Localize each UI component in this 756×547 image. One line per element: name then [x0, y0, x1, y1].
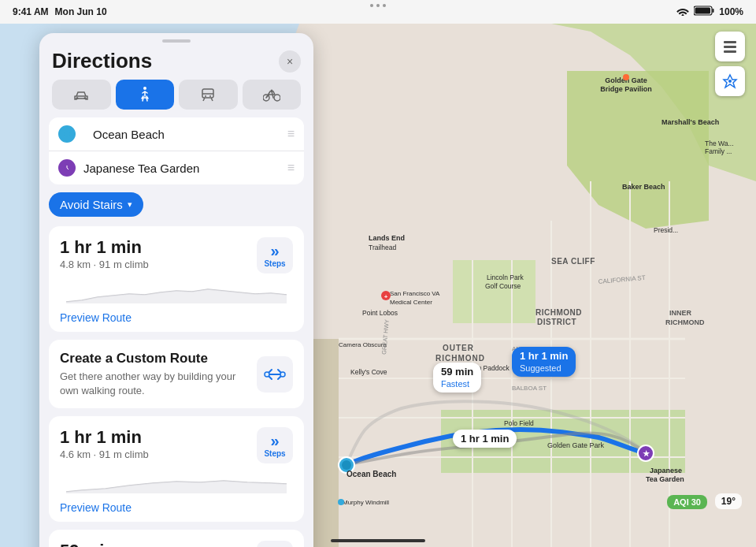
drag-icon-from: ≡	[287, 127, 295, 141]
route-card-2[interactable]: 1 hr 1 min 4.6 km · 91 m climb » Steps P…	[49, 416, 304, 522]
svg-marker-77	[66, 481, 287, 493]
close-button[interactable]: ×	[279, 50, 301, 73]
steps-label-2: Steps	[264, 449, 285, 458]
elevation-chart-2	[60, 470, 293, 497]
custom-route-text: Create a Custom Route Get there another …	[60, 351, 249, 397]
svg-text:The Wa...: The Wa...	[705, 140, 734, 147]
svg-text:Ocean Beach: Ocean Beach	[346, 470, 396, 478]
to-row: Japanese Tea Garden ≡	[49, 151, 304, 184]
svg-text:Lincoln Park: Lincoln Park	[487, 274, 524, 281]
steps-chevron-icon: »	[270, 243, 279, 259]
battery-percent: 100%	[719, 6, 743, 17]
svg-text:Lands End: Lands End	[369, 234, 405, 242]
route-1-time: 1 hr 1 min	[60, 237, 149, 258]
svg-text:Polo Field: Polo Field	[504, 419, 534, 427]
tab-car[interactable]	[52, 80, 111, 110]
route-inputs: Ocean Beach ≡ Japanese Tea Garden ≡	[49, 117, 304, 184]
svg-text:Baker Beach: Baker Beach	[622, 183, 665, 191]
svg-text:Tea Garden: Tea Garden	[646, 475, 684, 483]
svg-text:OUTER: OUTER	[443, 344, 474, 352]
drag-icon-to: ≡	[287, 161, 295, 175]
from-location[interactable]: Ocean Beach	[93, 128, 280, 141]
svg-rect-57	[724, 46, 736, 48]
panel-title: Directions	[52, 49, 152, 73]
from-row: Ocean Beach ≡	[49, 117, 304, 151]
svg-point-59	[728, 80, 732, 83]
svg-point-49	[338, 499, 344, 505]
route-label-other[interactable]: 1 hr 1 min	[453, 430, 517, 448]
route-card-1-header: 1 hr 1 min 4.8 km · 91 m climb » Steps	[60, 237, 293, 274]
elevation-chart-1	[60, 280, 293, 307]
panel-header: Directions ×	[39, 46, 313, 80]
svg-text:RICHMOND: RICHMOND	[536, 308, 582, 317]
route-1-steps-button[interactable]: » Steps	[257, 237, 293, 274]
svg-point-70	[274, 95, 280, 101]
route-1-details: 4.8 km · 91 m climb	[60, 259, 149, 270]
preview-route-1[interactable]: Preview Route	[60, 311, 293, 324]
svg-point-67	[205, 95, 206, 97]
transport-tabs	[39, 80, 313, 117]
close-icon: ×	[287, 55, 293, 68]
route-2-steps-button[interactable]: » Steps	[257, 427, 293, 463]
drag-handle[interactable]	[162, 39, 191, 43]
avoid-label: Avoid Stairs	[60, 198, 123, 211]
route-1-info: 1 hr 1 min 4.8 km · 91 m climb	[60, 237, 149, 270]
svg-text:Golf Course: Golf Course	[485, 282, 521, 290]
svg-rect-2	[695, 8, 711, 14]
status-time: 9:41 AM	[13, 6, 49, 17]
route-label-suggested[interactable]: 1 hr 1 min Suggested	[512, 347, 576, 377]
route-card-2-header: 1 hr 1 min 4.6 km · 91 m climb » Steps	[60, 427, 293, 463]
top-dots	[370, 4, 386, 7]
svg-text:RICHMOND: RICHMOND	[665, 318, 705, 326]
route-card-3[interactable]: 59 min 4.6 km · 91 m climb » Steps	[49, 530, 304, 547]
temp-badge: 19°	[715, 493, 742, 509]
custom-route-card[interactable]: Create a Custom Route Get there another …	[49, 340, 304, 408]
steps-label-1: Steps	[264, 259, 285, 268]
svg-text:Family ...: Family ...	[705, 147, 732, 155]
route-label-fastest[interactable]: 59 min Fastest	[433, 363, 481, 393]
tab-walk[interactable]	[116, 80, 175, 110]
svg-point-76	[280, 372, 285, 377]
svg-text:Presid...: Presid...	[654, 226, 678, 234]
svg-text:INNER: INNER	[669, 309, 692, 317]
svg-text:Medical Center: Medical Center	[390, 299, 432, 306]
end-icon	[58, 159, 76, 177]
directions-panel: Directions × Ocean Beach ≡	[39, 33, 313, 547]
tab-cycle[interactable]	[243, 80, 302, 110]
svg-point-71	[270, 90, 272, 92]
svg-text:Murphy Windmill: Murphy Windmill	[343, 499, 389, 506]
preview-route-2[interactable]: Preview Route	[60, 501, 293, 514]
svg-point-20	[623, 74, 629, 80]
svg-point-15	[342, 460, 351, 470]
status-right: 100%	[676, 6, 743, 18]
svg-text:★: ★	[643, 449, 650, 458]
tab-transit[interactable]	[179, 80, 238, 110]
svg-point-62	[143, 87, 146, 90]
svg-text:BALBOA ST: BALBOA ST	[512, 385, 547, 392]
svg-text:Kelly's Cove: Kelly's Cove	[350, 368, 387, 376]
map-layers-button[interactable]	[715, 32, 745, 61]
svg-point-72	[64, 131, 70, 137]
battery-icon	[694, 6, 714, 18]
svg-text:Bridge Pavilion: Bridge Pavilion	[600, 85, 652, 93]
wifi-icon	[676, 6, 689, 18]
aqi-badge: AQI 30	[667, 495, 707, 509]
avoid-stairs-button[interactable]: Avoid Stairs ▾	[49, 192, 143, 217]
route-2-info: 1 hr 1 min 4.6 km · 91 m climb	[60, 427, 149, 460]
route-card-1[interactable]: 1 hr 1 min 4.8 km · 91 m climb » Steps P…	[49, 226, 304, 332]
svg-text:DISTRICT: DISTRICT	[537, 318, 576, 326]
steps-chevron-icon-2: »	[270, 433, 279, 448]
elevation-svg-1	[60, 280, 293, 303]
start-icon	[58, 125, 76, 143]
avoid-chevron-icon: ▾	[128, 199, 132, 210]
route-3-steps-button[interactable]: » Steps	[257, 541, 293, 547]
svg-text:SEA CLIFF: SEA CLIFF	[551, 257, 595, 266]
route-3-time: 59 min	[60, 541, 149, 547]
svg-rect-1	[713, 9, 714, 13]
custom-route-title: Create a Custom Route	[60, 351, 249, 367]
svg-rect-58	[724, 50, 736, 53]
location-button[interactable]	[715, 66, 745, 96]
to-location[interactable]: Japanese Tea Garden	[83, 162, 280, 175]
svg-text:Golden Gate Park: Golden Gate Park	[547, 441, 605, 449]
svg-point-75	[265, 372, 269, 377]
